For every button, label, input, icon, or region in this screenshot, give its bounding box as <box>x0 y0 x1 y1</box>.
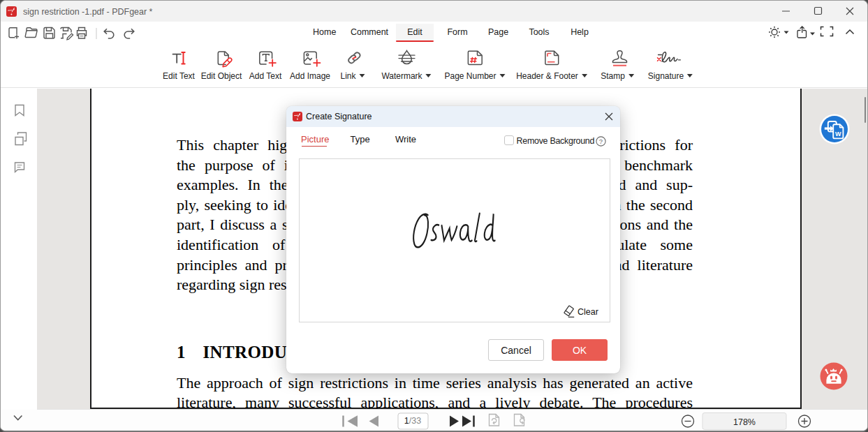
svg-text:W: W <box>835 131 841 137</box>
svg-text:?: ? <box>599 137 603 145</box>
